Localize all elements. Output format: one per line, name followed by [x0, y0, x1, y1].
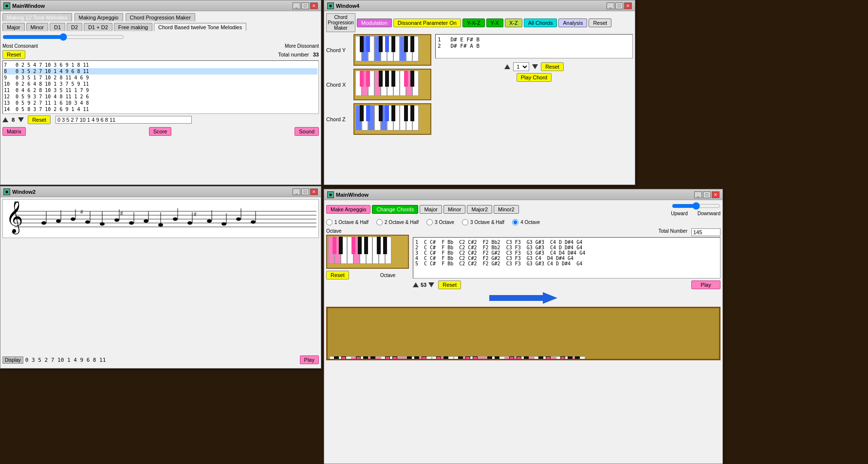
minimize-btn-2[interactable]: _: [293, 188, 300, 195]
close-btn-1[interactable]: ✕: [310, 2, 318, 9]
subtab-major[interactable]: Major: [2, 23, 25, 31]
cpbk-mb2: [339, 237, 343, 254]
close-btn-2[interactable]: ✕: [310, 188, 318, 195]
subtab-d1d2[interactable]: D1 + D2: [84, 23, 112, 31]
btn-major-mb[interactable]: Major: [420, 205, 442, 214]
chord-spinner-down[interactable]: [532, 64, 538, 69]
close-btn-chord[interactable]: ✕: [624, 2, 632, 9]
mb-spinner-up[interactable]: [413, 282, 419, 287]
cpbk-x1: [360, 71, 364, 87]
big-piano-black-key: [334, 356, 339, 360]
spinner-down-btn[interactable]: [18, 117, 24, 122]
range-radio-1[interactable]: [326, 219, 332, 225]
btn-major2-mb[interactable]: Major2: [467, 205, 492, 214]
big-piano-black-key: [546, 356, 551, 360]
btn-minor-mb[interactable]: Minor: [443, 205, 466, 214]
range-radio-3[interactable]: [426, 219, 433, 225]
play-chord-btn[interactable]: Play Chord: [517, 73, 552, 82]
matrix-btn[interactable]: Matrix: [2, 127, 26, 136]
table-row[interactable]: 9 0 3 5 1 7 10 2 8 11 4 6 9: [4, 74, 317, 81]
range-radio-2[interactable]: [376, 219, 383, 225]
mb-spinner-down[interactable]: [428, 282, 434, 287]
sequence-input[interactable]: [55, 116, 192, 124]
minimize-btn-1[interactable]: _: [293, 2, 300, 9]
bottom-controls-mb: 53 Reset Play: [413, 280, 720, 289]
cpbk-y4: [385, 36, 389, 52]
maximize-btn-2[interactable]: □: [301, 188, 309, 195]
reset-seq-btn[interactable]: Reset: [28, 115, 51, 124]
minimize-btn-chord[interactable]: _: [607, 2, 614, 9]
spinner-up-btn[interactable]: [2, 117, 8, 122]
chord-spinner-select[interactable]: 1: [513, 62, 529, 71]
range-opt-2: 2 Octave & Half: [376, 219, 419, 225]
tab-chord-progression[interactable]: Chord Progression Maker: [126, 13, 195, 21]
octave-label-top: Octave: [326, 228, 409, 234]
chord-seq-row-1[interactable]: 1 C C# F Bb C2 C#2 F2 Bb2 C3 F3 G3 G#3 C…: [415, 240, 718, 245]
table-row[interactable]: 11 0 4 6 2 8 10 3 5 11 1 7 9: [4, 87, 317, 93]
btn-make-arpeggio[interactable]: Make Arpeggio: [326, 205, 370, 214]
sheet-music-area: 𝄞 # #: [2, 199, 319, 238]
table-row[interactable]: 7 0 2 5 4 7 10 3 6 9 1 8 11: [4, 62, 317, 68]
minimize-btn-main-bottom[interactable]: _: [694, 191, 702, 198]
btn-analysis[interactable]: Analysis: [558, 19, 587, 27]
table-row[interactable]: 14 0 5 8 3 7 10 2 6 9 1 4 11: [4, 106, 317, 112]
btn-modulation[interactable]: Modulation: [357, 19, 392, 27]
titlebar-win2: ■ Window2 _ □ ✕: [0, 186, 321, 197]
score-btn[interactable]: Score: [149, 127, 172, 136]
btn-yxz[interactable]: Y-X-Z: [462, 19, 485, 27]
table-row[interactable]: 12 0 5 9 3 7 10 4 8 11 1 2 6: [4, 93, 317, 100]
app-icon-main1: ■: [3, 2, 10, 9]
play-btn-win2[interactable]: Play: [300, 355, 319, 364]
btn-all-chords[interactable]: All Chords: [524, 19, 557, 27]
table-row[interactable]: 13 0 5 9 2 7 11 1 6 10 3 4 8: [4, 100, 317, 106]
chord-spinner-up[interactable]: [504, 64, 510, 69]
chord-seq-row-5[interactable]: 5 C C# F Bb C2 C#2 F2 G#2 C3 F3 G3 G#3 C…: [415, 261, 718, 266]
subtab-minor[interactable]: Minor: [26, 23, 49, 31]
subtab-d2[interactable]: D2: [67, 23, 82, 31]
chord-reset-btn2[interactable]: Reset: [541, 62, 564, 71]
maximize-btn-main-bottom[interactable]: □: [703, 191, 711, 198]
btn-yx[interactable]: Y-X: [486, 19, 503, 27]
chord-seq-row-2[interactable]: 2 C C# F Bb C2 C#2 F2 Bb2 C3 F3 G3 G#3 C…: [415, 245, 718, 250]
label-dissonant: More Dissonant: [285, 43, 319, 49]
btn-dissonant[interactable]: Dissonant Parameter On: [393, 19, 461, 27]
app-icon-main-bottom: ■: [327, 191, 334, 198]
range-radio-4[interactable]: [462, 219, 468, 225]
reset-btn-main1[interactable]: Reset: [2, 50, 25, 59]
big-piano-black-key: [487, 356, 492, 360]
subtab-free[interactable]: Free making: [114, 23, 152, 31]
close-btn-main-bottom[interactable]: ✕: [712, 191, 720, 198]
btn-minor2-mb[interactable]: Minor2: [494, 205, 519, 214]
staff-svg: 𝄞 # #: [5, 202, 316, 237]
table-row[interactable]: 8 0 3 5 2 7 10 1 4 9 6 8 11: [4, 68, 317, 74]
consonant-slider[interactable]: [2, 33, 124, 41]
total-number-input-mb[interactable]: [691, 228, 720, 236]
mb-reset-btn2[interactable]: Reset: [438, 280, 461, 289]
svg-point-17: [114, 219, 119, 222]
range-opt-4: 3 Octave & Half: [462, 219, 504, 225]
spinner-value: 8: [12, 117, 15, 123]
btn-xz[interactable]: X-Z: [505, 19, 522, 27]
range-radio-5[interactable]: [512, 219, 518, 225]
tab-making-12-tone[interactable]: Making 12 Tone Melodies: [2, 13, 72, 21]
chord-seq-row-3[interactable]: 3 C C# F Bb C2 C#2 F2 G#2 C3 F3 G3 G#3 C…: [415, 250, 718, 256]
label-consonant: Most Consonant: [2, 43, 38, 49]
window2: ■ Window2 _ □ ✕ 𝄞: [0, 186, 321, 369]
tab-making-arpeggio[interactable]: Making Arpeggio: [74, 13, 123, 21]
maximize-btn-1[interactable]: □: [301, 2, 309, 9]
subtab-chord-based[interactable]: Chord Based twelve Tone Melodies: [154, 23, 246, 31]
chord-seq-row-4[interactable]: 4 C C# F Bb C2 C#2 F2 G#2 C3 F3 G3 C4 D4…: [415, 256, 718, 261]
play-btn-mb[interactable]: Play: [691, 280, 720, 289]
reset-btn-piano[interactable]: Reset: [326, 271, 349, 279]
table-row[interactable]: 10 0 2 6 4 8 10 1 3 7 5 9 11: [4, 81, 317, 87]
btn-reset-chord[interactable]: Reset: [589, 19, 611, 27]
cpbk-mb4: [358, 237, 362, 254]
updown-slider[interactable]: [672, 202, 720, 210]
sound-btn[interactable]: Sound: [295, 127, 319, 136]
cpbk-y7: [410, 36, 414, 52]
maximize-btn-chord[interactable]: □: [615, 2, 623, 9]
updown-section: Upward Downward: [671, 202, 720, 216]
chord-x-row: Chord X: [326, 69, 431, 100]
btn-change-chords[interactable]: Change Chords: [372, 205, 418, 214]
subtab-d1[interactable]: D1: [50, 23, 65, 31]
